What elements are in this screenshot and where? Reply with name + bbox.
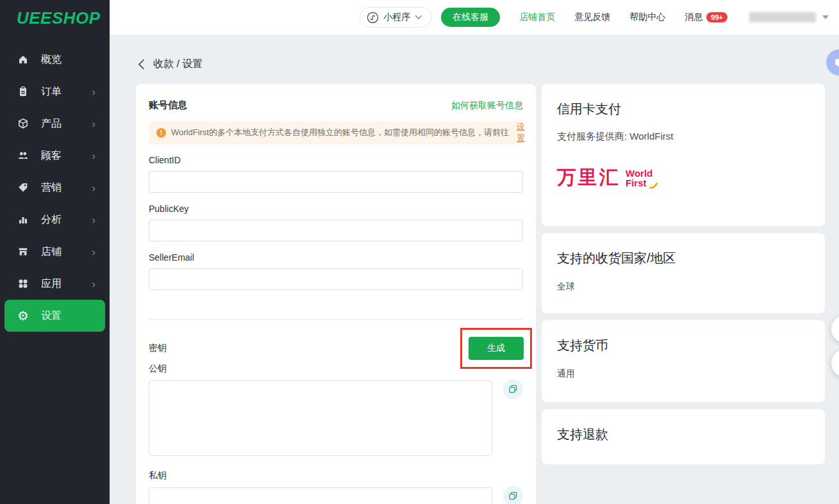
sidebar-item-store[interactable]: 店铺 › (0, 236, 110, 268)
public-key-textarea[interactable] (149, 380, 492, 456)
chevron-right-icon: › (92, 247, 96, 257)
publickey-label: PublicKey (149, 204, 523, 214)
warning-settings-link[interactable]: 设置 (517, 121, 525, 144)
breadcrumb[interactable]: 收款 / 设置 (138, 58, 839, 71)
section-title: 账号信息 (149, 99, 187, 111)
worldfirst-swoosh-icon (649, 183, 658, 189)
marketing-icon (17, 181, 29, 194)
help-center-link[interactable]: 帮助中心 (629, 12, 665, 23)
top-header: 小程序 在线客服 店铺首页 意见反馈 帮助中心 消息 99+ (110, 0, 839, 35)
sidebar-item-overview[interactable]: 概览 (0, 44, 110, 76)
info-column: 信用卡支付 支付服务提供商: WorldFirst 万里汇 World Firs… (542, 84, 825, 464)
generate-button[interactable]: 生成 (469, 337, 524, 360)
public-key-row (149, 380, 523, 456)
card-body: 全球 (557, 281, 810, 293)
selleremail-label: SellerEmail (149, 252, 523, 263)
card-title: 信用卡支付 (557, 101, 810, 118)
chevron-right-icon: › (92, 279, 96, 289)
sidebar-item-label: 顾客 (41, 149, 62, 163)
sidebar: UEESHOP 概览 订单 › 产品 › 顾客 (0, 0, 110, 504)
chevron-right-icon: › (92, 150, 96, 161)
warning-icon: ! (156, 128, 166, 138)
card-title: 支持货币 (557, 337, 810, 354)
sidebar-item-label: 应用 (41, 277, 62, 291)
supported-currency-card: 支持货币 通用 (542, 320, 825, 402)
user-menu[interactable] (749, 12, 829, 22)
sidebar-item-customers[interactable]: 顾客 › (0, 140, 110, 172)
chevron-right-icon: › (92, 183, 96, 193)
username-redacted (749, 12, 816, 22)
customers-icon (17, 149, 29, 162)
copy-icon (508, 491, 519, 501)
chevron-right-icon: › (92, 215, 96, 225)
payment-provider-text: 支付服务提供商: WorldFirst (557, 131, 810, 143)
sidebar-item-label: 分析 (41, 213, 62, 227)
card-title: 支持退款 (557, 426, 810, 443)
messages-label: 消息 (685, 12, 702, 23)
orders-icon (17, 85, 29, 98)
copy-private-key-button[interactable] (503, 486, 523, 504)
messages-link[interactable]: 消息 99+ (685, 12, 727, 23)
sidebar-item-analytics[interactable]: 分析 › (0, 204, 110, 236)
sidebar-item-orders[interactable]: 订单 › (0, 76, 110, 108)
sidebar-nav: 概览 订单 › 产品 › 顾客 › 营销 (0, 44, 110, 332)
sidebar-item-products[interactable]: 产品 › (0, 108, 110, 140)
feedback-link[interactable]: 意见反馈 (574, 12, 610, 23)
warning-banner: ! WorldFirst的多个本地支付方式各自使用独立的账号信息，如需使用相同的… (149, 121, 523, 144)
columns: 账号信息 如何获取账号信息 ! WorldFirst的多个本地支付方式各自使用独… (136, 84, 825, 504)
back-chevron-icon (138, 59, 145, 70)
brand-logo[interactable]: UEESHOP (0, 0, 110, 28)
clientid-label: ClientID (149, 155, 523, 165)
worldfirst-logo-line2: First (626, 178, 652, 188)
mini-program-dropdown[interactable]: 小程序 (360, 7, 432, 28)
breadcrumb-text: 收款 / 设置 (153, 58, 203, 71)
sidebar-item-settings[interactable]: ⚙ 设置 (4, 300, 105, 332)
copy-icon (508, 384, 519, 394)
credit-card-payment-card: 信用卡支付 支付服务提供商: WorldFirst 万里汇 World Firs… (542, 84, 825, 226)
home-icon (17, 53, 29, 66)
sidebar-item-marketing[interactable]: 营销 › (0, 172, 110, 204)
chevron-right-icon: › (92, 86, 96, 97)
supported-countries-card: 支持的收货国家/地区 全球 (542, 233, 825, 313)
sidebar-item-label: 订单 (41, 85, 62, 99)
analytics-icon (17, 213, 29, 226)
mini-program-icon (367, 12, 379, 24)
private-key-label: 私钥 (149, 470, 523, 482)
card-title: 支持的收货国家/地区 (557, 250, 810, 267)
how-to-get-account-link[interactable]: 如何获取账号信息 (451, 100, 523, 111)
store-home-link[interactable]: 店铺首页 (519, 12, 555, 23)
sidebar-item-apps[interactable]: 应用 › (0, 268, 110, 300)
card-body: 通用 (557, 368, 810, 380)
account-info-card: 账号信息 如何获取账号信息 ! WorldFirst的多个本地支付方式各自使用独… (136, 84, 536, 504)
chevron-right-icon: › (92, 118, 96, 129)
warning-text: WorldFirst的多个本地支付方式各自使用独立的账号信息，如需使用相同的账号… (171, 127, 509, 138)
copy-public-key-button[interactable] (503, 379, 523, 399)
messages-badge: 99+ (706, 12, 727, 22)
private-key-textarea[interactable] (149, 487, 492, 504)
worldfirst-logo-en: World First (626, 168, 652, 188)
content-area: 收款 / 设置 账号信息 如何获取账号信息 ! WorldFirst的多个本地支… (110, 35, 839, 504)
worldfirst-logo: 万里汇 World First (557, 165, 810, 191)
section-head: 账号信息 如何获取账号信息 (149, 99, 523, 111)
apps-icon (17, 277, 29, 290)
gear-icon: ⚙ (17, 309, 29, 322)
caret-down-icon (822, 15, 829, 19)
store-icon (17, 245, 29, 258)
products-icon (17, 117, 29, 130)
mini-program-label: 小程序 (383, 12, 410, 23)
chevron-down-icon (415, 15, 422, 20)
private-key-row (149, 487, 523, 504)
clientid-input[interactable] (149, 171, 523, 193)
sidebar-item-label: 概览 (41, 53, 62, 67)
worldfirst-logo-line1: World (626, 168, 652, 178)
sidebar-item-label: 设置 (41, 309, 62, 323)
sidebar-item-label: 店铺 (41, 245, 62, 259)
sidebar-item-label: 营销 (41, 181, 62, 195)
refund-support-card: 支持退款 (542, 409, 825, 464)
online-service-button[interactable]: 在线客服 (441, 8, 500, 27)
sidebar-item-label: 产品 (41, 117, 62, 131)
highlight-annotation-box: 生成 (460, 328, 532, 369)
selleremail-input[interactable] (149, 268, 523, 290)
publickey-input[interactable] (149, 220, 523, 241)
secret-key-block: 密钥 生成 公钥 (149, 320, 523, 375)
